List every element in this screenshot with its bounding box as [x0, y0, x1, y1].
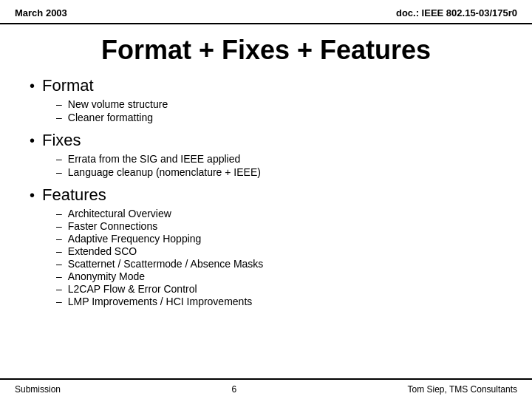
dash-icon: –	[56, 233, 62, 245]
features-item-4: Extended SCO	[68, 245, 137, 257]
list-item: – Errata from the SIG and IEEE applied	[56, 153, 502, 165]
dash-icon: –	[56, 245, 62, 257]
footer-page-number: 6	[231, 384, 236, 395]
list-item: – Architectural Overview	[56, 208, 502, 219]
dash-icon: –	[56, 153, 62, 165]
fixes-title: Fixes	[42, 131, 81, 150]
dash-icon: –	[56, 220, 62, 232]
section-format-header: • Format	[30, 76, 502, 95]
slide-header: March 2003 doc.: IEEE 802.15-03/175r0	[0, 0, 532, 24]
fixes-bullet: •	[30, 133, 35, 148]
dash-icon: –	[56, 270, 62, 282]
format-sub-items: – New volume structure – Cleaner formatt…	[56, 98, 502, 123]
features-title: Features	[42, 185, 106, 205]
format-bullet: •	[30, 78, 35, 93]
features-bullet: •	[30, 188, 35, 202]
list-item: – Anonymity Mode	[56, 270, 502, 282]
section-format: • Format – New volume structure – Cleane…	[30, 76, 502, 123]
section-fixes: • Fixes – Errata from the SIG and IEEE a…	[30, 131, 502, 178]
features-item-5: Scatternet / Scattermode / Absence Masks	[68, 258, 264, 270]
footer-author: Tom Siep, TMS Consultants	[407, 384, 517, 395]
features-sub-items: – Architectural Overview – Faster Connec…	[56, 208, 502, 307]
slide-footer: Submission 6 Tom Siep, TMS Consultants	[0, 378, 532, 399]
section-features: • Features – Architectural Overview – Fa…	[30, 185, 502, 307]
features-item-2: Faster Connections	[68, 220, 157, 232]
slide: March 2003 doc.: IEEE 802.15-03/175r0 Fo…	[0, 0, 532, 399]
list-item: – New volume structure	[56, 98, 502, 110]
features-item-6: Anonymity Mode	[68, 270, 145, 282]
format-item-1: New volume structure	[68, 98, 168, 110]
format-title: Format	[42, 76, 94, 95]
dash-icon: –	[56, 283, 62, 295]
footer-submission: Submission	[15, 384, 61, 395]
features-item-1: Architectural Overview	[68, 208, 171, 219]
dash-icon: –	[56, 98, 62, 110]
header-doc: doc.: IEEE 802.15-03/175r0	[396, 7, 517, 18]
features-item-7: L2CAP Flow & Error Control	[68, 283, 197, 295]
features-item-8: LMP Improvements / HCI Improvements	[68, 296, 252, 307]
list-item: – Cleaner formatting	[56, 112, 502, 123]
list-item: – Faster Connections	[56, 220, 502, 232]
fixes-item-2: Language cleanup (nomenclature + IEEE)	[68, 166, 261, 178]
section-features-header: • Features	[30, 185, 502, 205]
list-item: – LMP Improvements / HCI Improvements	[56, 296, 502, 307]
list-item: – Scatternet / Scattermode / Absence Mas…	[56, 258, 502, 270]
list-item: – Extended SCO	[56, 245, 502, 257]
features-item-3: Adaptive Frequency Hopping	[68, 233, 202, 245]
header-date: March 2003	[15, 7, 67, 18]
section-fixes-header: • Fixes	[30, 131, 502, 150]
format-item-2: Cleaner formatting	[68, 112, 153, 123]
slide-content: Format + Fixes + Features • Format – New…	[0, 24, 532, 322]
dash-icon: –	[56, 258, 62, 270]
dash-icon: –	[56, 296, 62, 307]
list-item: – L2CAP Flow & Error Control	[56, 283, 502, 295]
dash-icon: –	[56, 112, 62, 123]
list-item: – Language cleanup (nomenclature + IEEE)	[56, 166, 502, 178]
dash-icon: –	[56, 208, 62, 219]
fixes-item-1: Errata from the SIG and IEEE applied	[68, 153, 240, 165]
dash-icon: –	[56, 166, 62, 178]
list-item: – Adaptive Frequency Hopping	[56, 233, 502, 245]
fixes-sub-items: – Errata from the SIG and IEEE applied –…	[56, 153, 502, 178]
slide-title: Format + Fixes + Features	[30, 35, 502, 66]
